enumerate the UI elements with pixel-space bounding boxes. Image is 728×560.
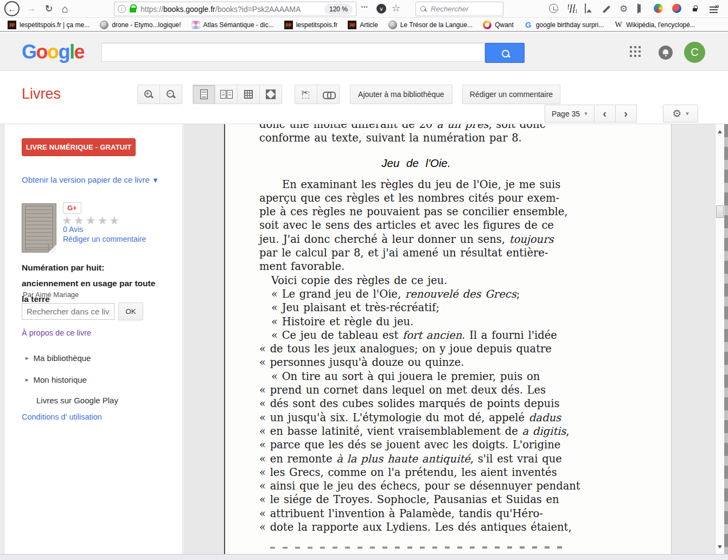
page-zoom-badge[interactable]: 120 % <box>324 4 353 15</box>
terms-of-use-link[interactable]: Conditions d' utilisation <box>22 413 102 421</box>
gear-icon[interactable]: ⚙ <box>618 4 629 14</box>
gplus-share-button[interactable]: G+ <box>63 202 81 214</box>
browser-scrollbar-strip[interactable] <box>724 124 728 555</box>
livres-title[interactable]: Livres <box>22 86 61 102</box>
bookmark-item[interactable]: Article <box>348 21 378 29</box>
bookmark-label: Article <box>360 21 378 29</box>
thumbnail-view-button[interactable] <box>237 85 260 104</box>
previous-page-button[interactable]: ‹ <box>594 105 616 123</box>
grid-icon <box>244 90 253 99</box>
zoom-out-button[interactable]: − <box>159 85 182 104</box>
google-favicon <box>524 21 533 29</box>
write-review-link[interactable]: Rédiger un commentaire <box>63 235 146 243</box>
clip-link-button-group: ✂ <box>295 85 340 104</box>
zoom-in-button[interactable]: + <box>137 85 160 104</box>
address-bar[interactable]: i https://books.google.fr/books?id=Psk2A… <box>114 2 356 16</box>
scroll-down-arrow-icon[interactable] <box>718 545 722 551</box>
get-print-version-link[interactable]: Obtenir la version papier de ce livre▼ <box>22 175 159 184</box>
bookmark-item[interactable]: lespetitspois.fr <box>284 21 338 29</box>
pocket-icon[interactable]: ∨ <box>376 4 386 14</box>
viewer-scrollbar[interactable] <box>715 124 724 555</box>
history-clock-icon[interactable] <box>549 4 558 13</box>
account-avatar[interactable]: C <box>684 42 705 63</box>
about-this-book-link[interactable]: À propos de ce livre <box>22 329 91 337</box>
google-search-button[interactable] <box>485 43 525 63</box>
bookmark-star-icon[interactable]: ☆ <box>392 2 400 14</box>
single-page-icon <box>200 89 208 99</box>
browser-search-field[interactable]: Rechercher <box>416 2 503 16</box>
two-page-view-button[interactable] <box>215 85 238 104</box>
bookmark-label: Qwant <box>495 21 514 29</box>
search-in-book-input[interactable] <box>22 303 114 320</box>
clip-button[interactable]: ✂ <box>295 85 317 104</box>
bookmarks-bar: lespetitspois.fr | ça me...drone - Etymo… <box>0 18 728 32</box>
search-ok-button[interactable]: OK <box>118 302 143 320</box>
screenshot-icon[interactable] <box>585 3 586 14</box>
url-text: https://books.google.fr/books?id=Psk2AAA… <box>141 5 324 14</box>
book-text-line: Voici copie des règles de ce jeu. <box>259 274 573 287</box>
scrollbar-thumb[interactable] <box>716 205 724 218</box>
notifications-bell-icon[interactable] <box>659 46 673 60</box>
settings-button[interactable]: ⚙ ▾ <box>663 105 698 123</box>
page-selector-dropdown[interactable]: Page 35▾ <box>545 105 595 123</box>
content-area: LIVRE NUMÉRIQUE - GRATUIT Obtenir la ver… <box>0 124 728 554</box>
reviews-count-link[interactable]: 0 Avis <box>63 225 83 234</box>
globe-extension-icon[interactable] <box>654 4 663 13</box>
home-button[interactable]: ⌂ <box>58 1 73 16</box>
window-bottom-strip <box>0 554 728 560</box>
my-history-tree-item[interactable]: ▸Mon historique <box>25 375 87 384</box>
pen-icon[interactable] <box>603 5 610 13</box>
bookmark-label: Wikipédia, l'encyclopé... <box>626 21 695 29</box>
reload-button[interactable]: ↻ <box>41 1 56 16</box>
library-icon[interactable] <box>568 4 577 13</box>
book-text-line: par le calcul par 8, et j'ai amené un ré… <box>259 246 573 260</box>
bookmarks-overflow-chevron-icon[interactable]: » <box>715 1 719 10</box>
page-actions-icon[interactable]: ••• <box>361 4 368 10</box>
page-left-gutter <box>183 124 224 555</box>
add-to-library-button[interactable]: Ajouter à ma bibliothèque <box>350 85 452 104</box>
next-page-button[interactable]: › <box>615 105 637 123</box>
zoom-in-icon: + <box>144 90 153 99</box>
book-text-line: « un jusqu'à six. L'étymologie du mot dé… <box>259 411 573 424</box>
bookmark-item[interactable]: Atlas Sémantique - dic... <box>191 21 274 29</box>
bookmark-item[interactable]: drone - Etymo...logique! <box>100 21 181 29</box>
fullscreen-button[interactable] <box>259 85 282 104</box>
google-apps-grid-icon[interactable] <box>630 46 642 58</box>
book-text-line: aperçu que ces règles et les nombres cit… <box>259 191 573 205</box>
bookmark-item[interactable]: Wikipédia, l'encyclopé... <box>614 21 695 29</box>
back-button[interactable]: ← <box>4 1 20 16</box>
book-text-line: conforme au texte, suivant la numération… <box>259 131 573 145</box>
ebook-free-button[interactable]: LIVRE NUMÉRIQUE - GRATUIT <box>22 138 136 156</box>
book-text-line: « prend un cornet dans lequel on met deu… <box>259 383 573 397</box>
sidebar-panel-icon[interactable] <box>637 3 638 14</box>
google-play-books-link[interactable]: Livres sur Google Play <box>36 396 118 405</box>
google-logo[interactable]: Google <box>22 41 84 63</box>
bookmark-label: Atlas Sémantique - dic... <box>203 21 274 29</box>
book-author: Par Aimé Mariage <box>23 291 79 299</box>
link-button[interactable] <box>317 85 340 104</box>
book-text-line: « ainsi que le jeu des échecs, pour se d… <box>259 479 573 493</box>
page-navigation-group: Page 35▾ ‹ › <box>545 105 637 123</box>
triangle-right-icon: ▸ <box>25 376 29 383</box>
book-cover-thumbnail[interactable] <box>22 203 56 253</box>
book-text-line: En examinant les règles du jeu de l'Oie,… <box>259 178 573 191</box>
scroll-up-arrow-icon[interactable] <box>718 128 722 133</box>
dropdown-arrow-icon: ▼ <box>152 176 159 184</box>
logo-letter: g <box>59 41 70 63</box>
bookmark-item[interactable]: google birthday surpri... <box>524 21 604 29</box>
book-text-line: « On tire au sort à qui jouera le premie… <box>259 370 573 383</box>
single-page-view-button[interactable] <box>193 85 215 104</box>
my-library-tree-item[interactable]: ▸Ma bibliothèque <box>25 353 91 363</box>
info-icon[interactable]: i <box>118 5 126 13</box>
google-search-input[interactable] <box>101 43 485 62</box>
forward-button[interactable]: → <box>24 1 39 16</box>
bookmark-item[interactable]: Qwant <box>483 21 514 29</box>
chevron-down-icon: ▾ <box>686 110 689 117</box>
browser-navbar: ← → ↻ ⌂ i https://books.google.fr/books?… <box>0 0 728 18</box>
bookmark-item[interactable]: lespetitspois.fr | ça me... <box>8 21 90 29</box>
write-review-button[interactable]: Rédiger un commentaire <box>462 85 560 104</box>
bookmark-item[interactable]: Le Trésor de la Langue... <box>388 21 472 29</box>
book-text-line: « dés sont des cubes solides marqués de … <box>259 397 573 410</box>
ball-extension-icon[interactable] <box>672 4 681 13</box>
book-text-line: « parce que les dés se jouent avec les d… <box>259 438 573 452</box>
